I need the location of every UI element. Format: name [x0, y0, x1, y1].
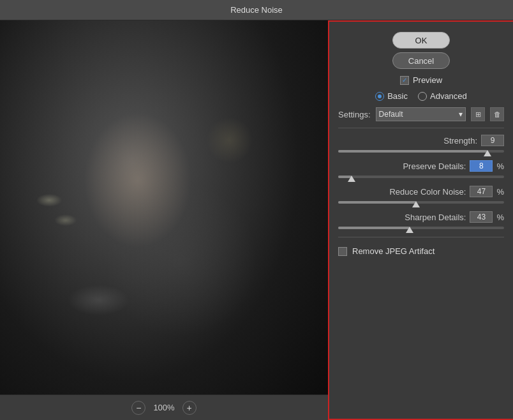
mode-row: Basic Advanced — [338, 91, 504, 101]
settings-dropdown[interactable]: Default ▾ — [376, 107, 466, 121]
strength-header: Strength: — [338, 135, 504, 146]
title-bar: Reduce Noise — [0, 0, 513, 20]
zoom-out-button[interactable]: − — [131, 401, 145, 415]
reduce-color-noise-input[interactable] — [470, 186, 493, 197]
basic-radio[interactable] — [375, 92, 384, 101]
advanced-label: Advanced — [430, 91, 467, 101]
sharpen-details-thumb[interactable] — [406, 227, 413, 233]
reduce-color-noise-slider-group: Reduce Color Noise: % — [338, 186, 504, 205]
zoom-in-button[interactable]: + — [182, 401, 197, 415]
preserve-details-percent: % — [496, 161, 504, 171]
sharpen-details-input[interactable] — [470, 211, 493, 223]
zoom-out-icon: − — [136, 403, 141, 412]
preview-panel: − 100% + — [0, 20, 328, 420]
advanced-radio-option[interactable]: Advanced — [418, 91, 467, 101]
trash-icon: 🗑 — [494, 110, 501, 118]
right-panel: OK Cancel Preview Basic Advanced Setting… — [328, 20, 513, 420]
chevron-down-icon: ▾ — [459, 110, 463, 119]
face-overlay — [0, 20, 328, 420]
reduce-color-noise-label: Reduce Color Noise: — [389, 187, 466, 197]
settings-label: Settings: — [338, 110, 371, 119]
strength-slider-group: Strength: — [338, 135, 504, 154]
strength-input[interactable] — [481, 135, 504, 146]
preserve-details-header: Preserve Details: % — [338, 160, 504, 172]
settings-value: Default — [379, 110, 403, 119]
cancel-button[interactable]: Cancel — [392, 52, 450, 69]
sharpen-details-slider-group: Sharpen Details: % — [338, 211, 504, 230]
basic-label: Basic — [387, 91, 408, 101]
preview-label: Preview — [413, 75, 442, 85]
preserve-details-track[interactable] — [338, 176, 504, 178]
zoom-in-icon: + — [187, 403, 192, 412]
sharpen-details-fill — [338, 227, 410, 229]
preserve-details-label: Preserve Details: — [403, 161, 466, 171]
sharpen-details-label: Sharpen Details: — [405, 213, 466, 222]
strength-track[interactable] — [338, 150, 504, 153]
strength-label: Strength: — [443, 136, 477, 146]
basic-radio-option[interactable]: Basic — [375, 91, 408, 101]
reduce-color-noise-track[interactable] — [338, 201, 504, 204]
jpeg-label: Remove JPEG Artifact — [352, 246, 435, 256]
save-preset-button[interactable]: ⊞ — [471, 107, 485, 121]
advanced-radio[interactable] — [418, 92, 427, 101]
strength-thumb[interactable] — [484, 150, 491, 156]
divider-1 — [338, 128, 504, 128]
preserve-details-input[interactable] — [470, 160, 493, 172]
jpeg-checkbox[interactable] — [338, 247, 347, 256]
reduce-color-noise-percent: % — [496, 187, 504, 197]
settings-row: Settings: Default ▾ ⊞ 🗑 — [338, 107, 504, 121]
sharpen-details-track[interactable] — [338, 227, 504, 229]
strength-fill — [338, 150, 487, 153]
reduce-color-noise-fill — [338, 201, 416, 204]
reduce-color-noise-thumb[interactable] — [412, 201, 420, 207]
button-row: OK Cancel — [338, 32, 504, 69]
preview-row: Preview — [338, 75, 504, 85]
delete-preset-button[interactable]: 🗑 — [490, 107, 504, 121]
preserve-details-thumb[interactable] — [348, 176, 355, 182]
jpeg-artifact-row: Remove JPEG Artifact — [338, 246, 504, 256]
main-content: − 100% + OK Cancel Preview — [0, 20, 513, 420]
ok-button[interactable]: OK — [392, 32, 450, 49]
divider-2 — [338, 237, 504, 237]
preview-checkbox[interactable] — [400, 76, 409, 85]
sharpen-details-percent: % — [496, 213, 504, 222]
preserve-details-slider-group: Preserve Details: % — [338, 160, 504, 179]
preview-image — [0, 20, 328, 420]
sharpen-details-header: Sharpen Details: % — [338, 211, 504, 223]
zoom-level: 100% — [153, 403, 174, 412]
reduce-color-noise-header: Reduce Color Noise: % — [338, 186, 504, 197]
dialog-title: Reduce Noise — [230, 5, 283, 15]
save-icon: ⊞ — [475, 110, 481, 119]
preview-bottom: − 100% + — [0, 394, 328, 420]
